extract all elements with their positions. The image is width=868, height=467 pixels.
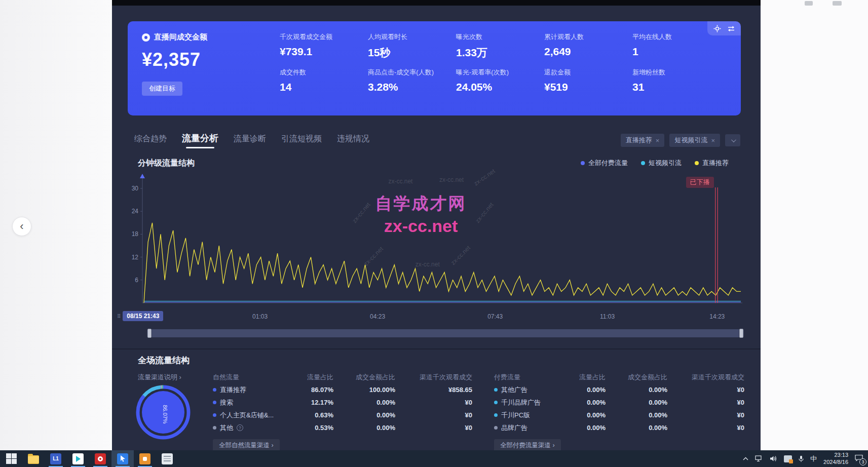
table-row: 其他?0.53%0.00%¥0 bbox=[213, 421, 472, 434]
drag-grip-icon: ⠿ bbox=[117, 314, 121, 319]
network-icon[interactable] bbox=[755, 455, 763, 462]
channel-dot-icon bbox=[213, 401, 216, 404]
x-axis-start-badge[interactable]: ⠿ 08/15 21:43 bbox=[117, 311, 163, 321]
channel-explain-link[interactable]: 流量渠道说明 › bbox=[138, 373, 181, 382]
metric-label: 退款金额 bbox=[544, 68, 632, 77]
svg-text:24: 24 bbox=[132, 208, 139, 215]
x-tick-label: 11:03 bbox=[600, 313, 615, 320]
microphone-icon[interactable] bbox=[799, 455, 804, 462]
window-top-strip bbox=[112, 0, 761, 6]
taskbar-app-browser[interactable] bbox=[111, 450, 134, 467]
row-value: 100.00% bbox=[333, 386, 395, 394]
banner-main-metric: 直播间成交金额 ¥2,357 创建目标 bbox=[142, 32, 274, 96]
tab-违规情况[interactable]: 违规情况 bbox=[337, 134, 369, 148]
all-natural-channels-link[interactable]: 全部自然流量渠道 › bbox=[213, 439, 280, 450]
player-control-icon[interactable] bbox=[833, 1, 842, 6]
metric-value: 31 bbox=[632, 81, 721, 93]
banner-title: 直播间成交金额 bbox=[154, 32, 207, 42]
chart-x-axis: ⠿ 08/15 21:43 01:0304:2307:4311:0314:23 bbox=[124, 310, 742, 323]
flow-donut-chart[interactable]: 86.07% bbox=[135, 384, 192, 441]
teal-app-icon bbox=[72, 453, 84, 464]
channel-dot-icon bbox=[494, 388, 498, 392]
kpi-metric: 曝光-观看率(次数)24.05% bbox=[456, 68, 544, 95]
channel-dot-icon bbox=[494, 401, 498, 404]
row-value: 0.63% bbox=[288, 411, 333, 419]
row-label-cell: 个人主页&店铺&... bbox=[213, 411, 288, 420]
filter-tag[interactable]: 短视频引流× bbox=[669, 134, 720, 147]
taskbar-app-l1[interactable]: L1 bbox=[45, 450, 67, 467]
metric-value: ¥739.1 bbox=[280, 46, 368, 58]
legend-item-短视频引流[interactable]: 短视频引流 bbox=[641, 159, 682, 168]
gear-icon[interactable] bbox=[713, 25, 721, 32]
tab-流量分析[interactable]: 流量分析 bbox=[182, 132, 218, 148]
tray-chevron-up-icon[interactable] bbox=[743, 457, 748, 460]
column-header: 付费流量 bbox=[494, 373, 560, 382]
taskbar-app-meeting[interactable] bbox=[67, 450, 89, 467]
create-goal-button[interactable]: 创建目标 bbox=[142, 82, 182, 96]
legend-item-直播推荐[interactable]: 直播推荐 bbox=[695, 159, 729, 168]
taskbar-clock[interactable]: 23:13 2024/8/16 bbox=[823, 452, 848, 466]
row-value: ¥0 bbox=[667, 399, 744, 406]
kpi-metric: 新增粉丝数31 bbox=[632, 68, 721, 95]
windows-logo-icon bbox=[6, 453, 17, 464]
row-value: ¥0 bbox=[395, 424, 472, 432]
metric-value: ¥519 bbox=[544, 81, 632, 93]
row-value: ¥0 bbox=[395, 411, 472, 419]
row-label: 搜索 bbox=[220, 398, 233, 407]
close-icon[interactable]: × bbox=[656, 137, 660, 144]
metric-value: 3.28% bbox=[368, 81, 456, 93]
all-paid-channels-link[interactable]: 全部付费流量渠道 › bbox=[494, 439, 561, 450]
svg-text:12: 12 bbox=[132, 254, 139, 261]
video-margin-right bbox=[761, 0, 868, 450]
tray-app-badge-icon[interactable] bbox=[784, 455, 792, 462]
scrollbar-handle-right[interactable] bbox=[739, 329, 743, 338]
table-header-row: 自然流量流量占比成交金额占比渠道千次观看成交 bbox=[213, 371, 472, 383]
player-back-button[interactable]: ‹ bbox=[12, 217, 31, 236]
metric-label: 商品点击-成交率(人数) bbox=[368, 68, 456, 77]
x-tick-label: 04:23 bbox=[370, 313, 385, 320]
filter-tag[interactable]: 直播推荐× bbox=[621, 134, 665, 147]
l1-app-icon: L1 bbox=[50, 453, 61, 464]
tab-流量诊断[interactable]: 流量诊断 bbox=[234, 134, 266, 148]
legend-label: 全部付费流量 bbox=[588, 159, 628, 168]
ime-indicator[interactable]: 中 bbox=[810, 454, 817, 463]
filter-more-dropdown[interactable] bbox=[725, 134, 740, 146]
row-label-cell: 品牌广告 bbox=[494, 423, 560, 433]
filter-tag-label: 短视频引流 bbox=[674, 136, 707, 145]
taskbar-tray: 中 23:13 2024/8/16 3 bbox=[743, 450, 868, 467]
banner-corner-tools bbox=[707, 21, 741, 35]
notification-center-icon[interactable]: 3 bbox=[855, 454, 863, 463]
row-label: 个人主页&店铺&... bbox=[220, 411, 274, 420]
player-control-icon[interactable] bbox=[805, 1, 813, 6]
scrollbar-handle-left[interactable] bbox=[147, 329, 152, 338]
swap-icon[interactable] bbox=[727, 25, 735, 32]
record-ring-icon bbox=[95, 453, 106, 464]
column-header: 自然流量 bbox=[213, 373, 288, 382]
metric-label: 累计观看人数 bbox=[544, 32, 632, 42]
chart-title: 分钟级流量结构 bbox=[138, 158, 195, 169]
volume-icon[interactable] bbox=[770, 455, 777, 462]
start-button[interactable] bbox=[0, 450, 22, 467]
table-row: 个人主页&店铺&...0.63%0.00%¥0 bbox=[213, 409, 472, 421]
svg-text:30: 30 bbox=[132, 185, 139, 192]
session-flow-section: 全场流量结构 流量渠道说明 › 86.07% 自然流量流量占比成交金额占比渠道千… bbox=[138, 355, 744, 450]
kpi-metric: 千次观看成交金额¥739.1 bbox=[280, 32, 368, 60]
column-header: 流量占比 bbox=[560, 373, 606, 382]
taskbar-app-orange[interactable] bbox=[134, 450, 156, 467]
tab-引流短视频[interactable]: 引流短视频 bbox=[281, 134, 322, 148]
metric-label: 曝光-观看率(次数) bbox=[456, 68, 544, 77]
tab-综合趋势[interactable]: 综合趋势 bbox=[134, 134, 167, 148]
taskbar-notepad[interactable] bbox=[156, 450, 178, 467]
info-icon[interactable]: ? bbox=[237, 424, 243, 431]
legend-label: 短视频引流 bbox=[649, 159, 682, 168]
close-icon[interactable]: × bbox=[711, 137, 715, 144]
table-row: 搜索12.17%0.00%¥0 bbox=[213, 396, 472, 409]
legend-item-全部付费流量[interactable]: 全部付费流量 bbox=[581, 159, 628, 168]
chart-range-scrollbar[interactable] bbox=[147, 329, 744, 337]
chart-canvas[interactable]: 612182430 bbox=[124, 172, 742, 309]
legend-dot-icon bbox=[641, 161, 645, 165]
metric-label: 曝光次数 bbox=[456, 32, 544, 42]
table-row: 其他广告0.00%0.00%¥0 bbox=[494, 383, 744, 396]
taskbar-file-explorer[interactable] bbox=[22, 450, 45, 467]
taskbar-app-recorder[interactable] bbox=[89, 450, 111, 467]
